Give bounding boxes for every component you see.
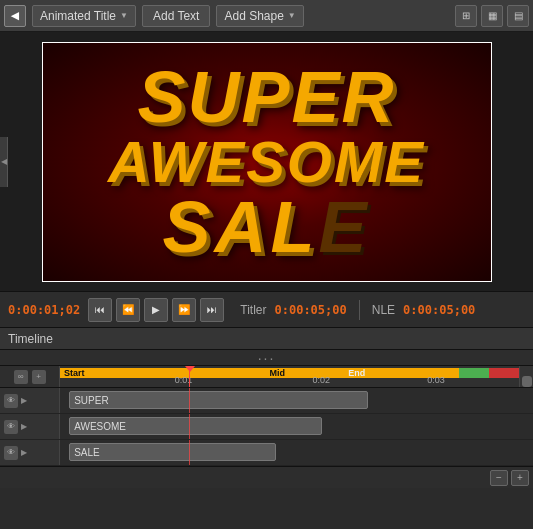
track-expand-icon-awesome[interactable]: ▶ xyxy=(21,422,27,431)
timeline-scrollbar[interactable] xyxy=(519,366,533,387)
clip-sale-label: SALE xyxy=(74,447,100,458)
track-content-super: SUPER xyxy=(60,388,519,413)
playback-controls: ⏮ ⏪ ▶ ⏩ ⏭ xyxy=(88,298,224,322)
title-text-container: SUPER AWESOME SALE xyxy=(108,61,425,263)
track-playhead-sale xyxy=(189,440,190,465)
timeline-label: Timeline xyxy=(8,332,53,346)
ruler-end-section xyxy=(489,368,519,378)
add-track-icon[interactable]: + xyxy=(32,370,46,384)
track-playhead-super xyxy=(189,388,190,413)
timeline-options-icon[interactable]: ··· xyxy=(258,350,276,366)
ruler-mid-label: Mid xyxy=(270,368,286,378)
go-to-end-button[interactable]: ⏭ xyxy=(200,298,224,322)
text-super: SUPER xyxy=(108,61,425,133)
zoom-in-button[interactable]: + xyxy=(511,470,529,486)
ruler-tick-0-01: 0:01 xyxy=(175,375,193,385)
side-panel-handle[interactable]: ◀ xyxy=(0,137,8,187)
timeline-options-row: ··· xyxy=(0,350,533,366)
dropdown-arrow-icon: ▼ xyxy=(120,11,128,20)
clip-awesome[interactable]: AWESOME xyxy=(69,417,321,435)
track-scroll-super xyxy=(519,388,533,413)
clip-awesome-label: AWESOME xyxy=(74,421,126,432)
go-to-start-button[interactable]: ⏮ xyxy=(88,298,112,322)
plus-icon: + xyxy=(517,472,523,483)
track-content-sale: SALE xyxy=(60,440,519,465)
nle-label: NLE xyxy=(372,303,395,317)
track-controls-awesome: 👁 ▶ xyxy=(0,414,60,439)
track-row-awesome: 👁 ▶ AWESOME xyxy=(0,414,533,440)
track-content-awesome: AWESOME xyxy=(60,414,519,439)
scrollbar-thumb[interactable] xyxy=(522,376,532,387)
clip-super[interactable]: SUPER xyxy=(69,391,367,409)
track-scroll-awesome xyxy=(519,414,533,439)
text-sale-e: E xyxy=(318,187,370,267)
track-playhead-awesome xyxy=(189,414,190,439)
settings-icon: ▤ xyxy=(514,10,523,21)
divider xyxy=(359,300,360,320)
ruler-left-controls: ∞ + xyxy=(0,366,60,387)
layout-view-button[interactable]: ▦ xyxy=(481,5,503,27)
clip-sale[interactable]: SALE xyxy=(69,443,276,461)
ruler-mid-section xyxy=(459,368,489,378)
canvas-frame: SUPER AWESOME SALE xyxy=(42,42,492,282)
layout-icon: ▦ xyxy=(488,10,497,21)
track-row-sale: 👁 ▶ SALE xyxy=(0,440,533,466)
grid-icon: ⊞ xyxy=(462,10,470,21)
nle-timecode: 0:00:05;00 xyxy=(403,303,475,317)
play-button[interactable]: ▶ xyxy=(144,298,168,322)
timeline-ruler: ∞ + Start Mid End 0:01 0:02 0:03 xyxy=(0,366,533,388)
loop-icon[interactable]: ∞ xyxy=(14,370,28,384)
timeline-area: Timeline ··· ∞ + Start Mid End 0:01 0:02… xyxy=(0,328,533,529)
step-back-button[interactable]: ⏪ xyxy=(116,298,140,322)
ruler-color-bar xyxy=(60,368,519,378)
add-text-button[interactable]: Add Text xyxy=(142,5,210,27)
text-awesome: AWESOME xyxy=(108,133,425,191)
shape-dropdown-arrow-icon: ▼ xyxy=(288,11,296,20)
current-timecode: 0:00:01;02 xyxy=(8,303,80,317)
add-shape-dropdown[interactable]: Add Shape ▼ xyxy=(216,5,303,27)
track-controls-sale: 👁 ▶ xyxy=(0,440,60,465)
playhead-marker xyxy=(185,366,195,372)
zoom-out-button[interactable]: − xyxy=(490,470,508,486)
track-visibility-icon-super[interactable]: 👁 xyxy=(4,394,18,408)
ruler-area[interactable]: Start Mid End 0:01 0:02 0:03 xyxy=(60,366,519,387)
ruler-tick-0-02: 0:02 xyxy=(312,375,330,385)
titler-label: Titler xyxy=(240,303,266,317)
project-dropdown[interactable]: Animated Title ▼ xyxy=(32,5,136,27)
track-expand-icon-sale[interactable]: ▶ xyxy=(21,448,27,457)
playback-bar: 0:00:01;02 ⏮ ⏪ ▶ ⏩ ⏭ Titler 0:00:05;00 N… xyxy=(0,292,533,328)
track-controls-super: 👁 ▶ xyxy=(0,388,60,413)
minus-icon: − xyxy=(496,472,502,483)
track-row-super: 👁 ▶ SUPER xyxy=(0,388,533,414)
text-sale: SALE xyxy=(108,191,425,263)
settings-button[interactable]: ▤ xyxy=(507,5,529,27)
canvas-area: ◀ SUPER AWESOME SALE xyxy=(0,32,533,292)
clip-super-label: SUPER xyxy=(74,395,108,406)
timeline-bottom-bar: − + xyxy=(0,466,533,488)
ruler-tick-0-03: 0:03 xyxy=(427,375,445,385)
ruler-end-label: End xyxy=(348,368,365,378)
track-scroll-sale xyxy=(519,440,533,465)
app-logo[interactable]: ◀ xyxy=(4,5,26,27)
step-forward-button[interactable]: ⏩ xyxy=(172,298,196,322)
ruler-start-label: Start xyxy=(64,368,85,378)
track-visibility-icon-awesome[interactable]: 👁 xyxy=(4,420,18,434)
titler-timecode: 0:00:05;00 xyxy=(274,303,346,317)
track-visibility-icon-sale[interactable]: 👁 xyxy=(4,446,18,460)
ruler-start-section xyxy=(60,368,459,378)
track-expand-icon-super[interactable]: ▶ xyxy=(21,396,27,405)
timeline-header: Timeline xyxy=(0,328,533,350)
grid-view-button[interactable]: ⊞ xyxy=(455,5,477,27)
main-toolbar: ◀ Animated Title ▼ Add Text Add Shape ▼ … xyxy=(0,0,533,32)
